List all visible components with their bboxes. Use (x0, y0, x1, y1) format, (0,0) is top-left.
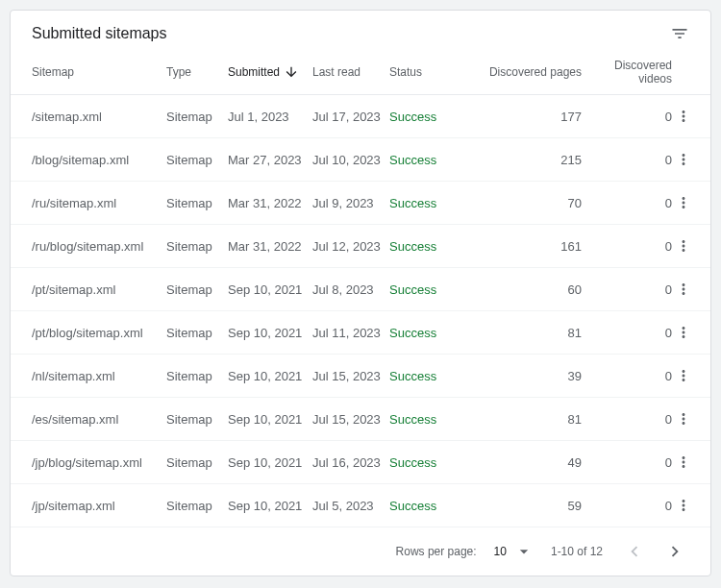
next-page-button[interactable] (660, 537, 689, 566)
cell-videos: 0 (582, 196, 672, 210)
cell-pages: 161 (466, 239, 582, 254)
cell-last-read: Jul 15, 2023 (312, 412, 389, 427)
cell-pages: 39 (466, 369, 582, 383)
card-header: Submitted sitemaps (11, 11, 710, 49)
table-footer: Rows per page: 10 1-10 of 12 (11, 527, 710, 576)
table-row[interactable]: /nl/sitemap.xmlSitemapSep 10, 2021Jul 15… (11, 355, 710, 398)
more-vert-icon[interactable] (672, 237, 695, 255)
cell-last-read: Jul 16, 2023 (312, 455, 389, 470)
more-vert-icon[interactable] (672, 453, 695, 471)
cell-status: Success (389, 499, 466, 513)
cell-pages: 81 (466, 412, 582, 427)
table-row[interactable]: /blog/sitemap.xmlSitemapMar 27, 2023Jul … (11, 138, 710, 182)
more-vert-icon[interactable] (672, 324, 695, 341)
cell-pages: 177 (466, 110, 582, 124)
more-vert-icon[interactable] (672, 151, 695, 168)
cell-type: Sitemap (166, 369, 228, 383)
table-row[interactable]: /ru/blog/sitemap.xmlSitemapMar 31, 2022J… (11, 225, 710, 268)
cell-status: Success (389, 369, 466, 383)
cell-videos: 0 (582, 110, 672, 124)
cell-pages: 81 (466, 326, 582, 340)
cell-videos: 0 (582, 239, 672, 254)
cell-last-read: Jul 8, 2023 (312, 282, 389, 297)
more-vert-icon[interactable] (672, 410, 695, 428)
cell-type: Sitemap (166, 412, 228, 427)
cell-sitemap: /nl/sitemap.xml (32, 369, 166, 383)
col-header-last-read[interactable]: Last read (312, 65, 389, 79)
filter-icon[interactable] (670, 24, 689, 43)
cell-sitemap: /ru/sitemap.xml (32, 196, 166, 210)
cell-last-read: Jul 10, 2023 (312, 153, 389, 167)
prev-page-button[interactable] (620, 537, 649, 566)
cell-submitted: Sep 10, 2021 (228, 455, 312, 470)
cell-pages: 70 (466, 196, 582, 210)
cell-pages: 215 (466, 153, 582, 167)
table-row[interactable]: /pt/sitemap.xmlSitemapSep 10, 2021Jul 8,… (11, 268, 710, 311)
cell-type: Sitemap (166, 110, 228, 124)
cell-videos: 0 (582, 412, 672, 427)
table-row[interactable]: /ru/sitemap.xmlSitemapMar 31, 2022Jul 9,… (11, 182, 710, 225)
dropdown-arrow-icon (514, 542, 534, 561)
cell-type: Sitemap (166, 239, 228, 254)
cell-submitted: Sep 10, 2021 (228, 499, 312, 513)
table-row[interactable]: /pt/blog/sitemap.xmlSitemapSep 10, 2021J… (11, 311, 710, 355)
more-vert-icon[interactable] (672, 367, 695, 384)
cell-sitemap: /pt/sitemap.xml (32, 282, 166, 297)
col-header-discovered-pages[interactable]: Discovered pages (466, 65, 582, 79)
col-header-discovered-videos[interactable]: Discovered videos (582, 59, 672, 86)
cell-last-read: Jul 5, 2023 (312, 499, 389, 513)
table-row[interactable]: /jp/blog/sitemap.xmlSitemapSep 10, 2021J… (11, 441, 710, 484)
cell-submitted: Mar 31, 2022 (228, 196, 312, 210)
rows-per-page-select[interactable]: 10 (494, 542, 534, 561)
cell-videos: 0 (582, 455, 672, 470)
table-body: /sitemap.xmlSitemapJul 1, 2023Jul 17, 20… (11, 95, 710, 527)
cell-videos: 0 (582, 282, 672, 297)
cell-videos: 0 (582, 369, 672, 383)
page-nav (620, 537, 689, 566)
table-header-row: Sitemap Type Submitted Last read Status … (11, 49, 710, 95)
cell-videos: 0 (582, 499, 672, 513)
cell-submitted: Mar 31, 2022 (228, 239, 312, 254)
cell-type: Sitemap (166, 326, 228, 340)
cell-status: Success (389, 110, 466, 124)
col-header-submitted-label: Submitted (228, 65, 280, 79)
cell-submitted: Jul 1, 2023 (228, 110, 312, 124)
cell-pages: 59 (466, 499, 582, 513)
cell-submitted: Sep 10, 2021 (228, 412, 312, 427)
table-row[interactable]: /jp/sitemap.xmlSitemapSep 10, 2021Jul 5,… (11, 484, 710, 527)
cell-last-read: Jul 12, 2023 (312, 239, 389, 254)
cell-sitemap: /ru/blog/sitemap.xml (32, 239, 166, 254)
cell-sitemap: /sitemap.xml (32, 110, 166, 124)
cell-status: Success (389, 412, 466, 427)
more-vert-icon[interactable] (672, 194, 695, 211)
more-vert-icon[interactable] (672, 497, 695, 514)
cell-submitted: Sep 10, 2021 (228, 282, 312, 297)
cell-sitemap: /jp/blog/sitemap.xml (32, 455, 166, 470)
card-title: Submitted sitemaps (32, 25, 167, 42)
arrow-down-icon (284, 64, 299, 80)
rows-per-page-value: 10 (494, 545, 507, 558)
cell-status: Success (389, 239, 466, 254)
cell-pages: 49 (466, 455, 582, 470)
col-header-submitted[interactable]: Submitted (228, 64, 312, 80)
cell-status: Success (389, 196, 466, 210)
cell-type: Sitemap (166, 196, 228, 210)
cell-sitemap: /es/sitemap.xml (32, 412, 166, 427)
cell-last-read: Jul 9, 2023 (312, 196, 389, 210)
col-header-type[interactable]: Type (166, 65, 228, 79)
cell-submitted: Sep 10, 2021 (228, 326, 312, 340)
table-row[interactable]: /sitemap.xmlSitemapJul 1, 2023Jul 17, 20… (11, 95, 710, 138)
cell-pages: 60 (466, 282, 582, 297)
cell-last-read: Jul 15, 2023 (312, 369, 389, 383)
more-vert-icon[interactable] (672, 108, 695, 125)
cell-status: Success (389, 153, 466, 167)
cell-sitemap: /jp/sitemap.xml (32, 499, 166, 513)
rows-per-page-label: Rows per page: (396, 545, 477, 558)
table-row[interactable]: /es/sitemap.xmlSitemapSep 10, 2021Jul 15… (11, 398, 710, 441)
more-vert-icon[interactable] (672, 281, 695, 298)
sitemaps-card: Submitted sitemaps Sitemap Type Submitte… (10, 10, 711, 576)
cell-type: Sitemap (166, 499, 228, 513)
cell-type: Sitemap (166, 455, 228, 470)
col-header-status[interactable]: Status (389, 65, 466, 79)
col-header-sitemap[interactable]: Sitemap (32, 65, 166, 79)
